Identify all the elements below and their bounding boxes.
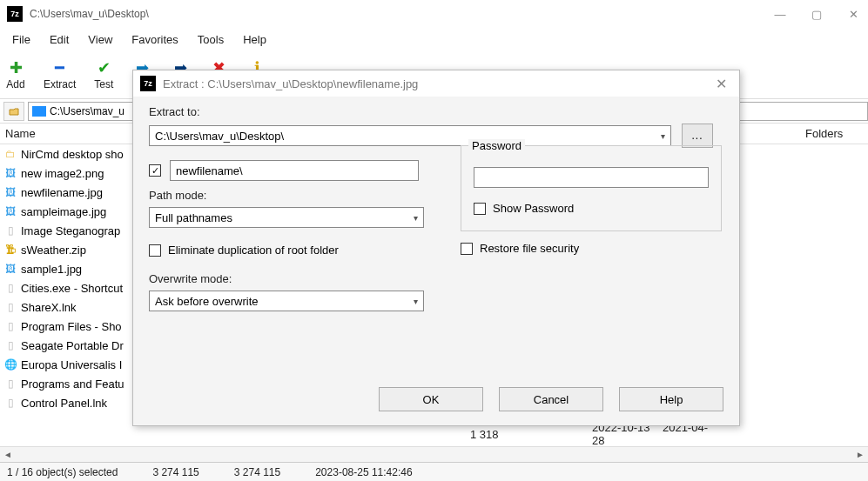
list-item[interactable]: 🗜sWeather.zip — [0, 240, 139, 259]
password-label: Password — [468, 139, 525, 152]
app-icon: 7z — [7, 6, 23, 22]
file-name: sample1.jpg — [21, 263, 82, 276]
menu-favorites[interactable]: Favorites — [123, 30, 186, 50]
overwrite-mode-combo[interactable]: Ask before overwrite ▾ — [149, 291, 424, 311]
menu-help[interactable]: Help — [234, 30, 275, 50]
image-icon: 🖼 — [3, 262, 17, 276]
dialog-close-button[interactable]: ✕ — [710, 76, 732, 92]
status-size2: 3 274 115 — [234, 466, 280, 478]
column-folders[interactable]: Folders — [805, 127, 868, 140]
file-icon: ▯ — [3, 377, 17, 391]
file-icon: ▯ — [3, 338, 17, 352]
minimize-button[interactable]: — — [772, 8, 788, 21]
subfolder-input[interactable]: newfilename\ — [170, 160, 419, 181]
status-datetime: 2023-08-25 11:42:46 — [315, 466, 412, 478]
overwrite-mode-label: Overwrite mode: — [149, 272, 436, 285]
check-icon: ✔ — [93, 59, 114, 77]
zip-icon: 🗜 — [3, 243, 17, 257]
file-icon: ▯ — [3, 224, 17, 237]
eliminate-dup-label: Eliminate duplication of root folder — [168, 244, 339, 257]
overwrite-value: Ask before overwrite — [155, 295, 259, 308]
show-password-label: Show Password — [493, 202, 574, 215]
show-password-checkbox[interactable] — [474, 203, 486, 215]
add-button[interactable]: ✚ Add — [5, 59, 26, 90]
file-name: Programs and Featu — [21, 377, 124, 391]
folder-icon: 🗀 — [3, 147, 17, 161]
dialog-titlebar: 7z Extract : C:\Users\mav_u\Desktop\newf… — [133, 70, 739, 97]
extract-label: Extract — [44, 78, 76, 90]
help-button[interactable]: Help — [619, 387, 723, 411]
list-item[interactable]: ▯Control Panel.lnk — [0, 393, 139, 412]
list-item[interactable]: ▯Seagate Portable Dr — [0, 336, 139, 355]
path-mode-value: Full pathnames — [155, 211, 232, 224]
list-item[interactable]: ▯Programs and Featu — [0, 374, 139, 393]
test-button[interactable]: ✔ Test — [93, 59, 114, 90]
restore-security-label: Restore file security — [480, 242, 579, 255]
ok-button[interactable]: OK — [379, 387, 483, 411]
list-item[interactable]: ▯ShareX.lnk — [0, 297, 139, 317]
file-name: NirCmd desktop sho — [21, 148, 124, 161]
test-label: Test — [94, 78, 113, 90]
list-item[interactable]: ▯Cities.exe - Shortcut — [0, 278, 139, 297]
file-name: newfilename.jpg — [21, 186, 103, 199]
file-icon: ▯ — [3, 300, 17, 314]
window-title: C:\Users\mav_u\Desktop\ — [30, 8, 149, 20]
list-item[interactable]: ▯Image Steganograp — [0, 221, 139, 240]
plus-icon: ✚ — [5, 59, 26, 77]
scroll-right-icon[interactable]: ► — [852, 448, 868, 462]
file-name: new image2.png — [21, 167, 104, 180]
list-item[interactable]: 🗀NirCmd desktop sho — [0, 144, 139, 164]
image-icon: 🖼 — [3, 185, 17, 199]
extract-button[interactable]: ━ Extract — [44, 59, 76, 90]
file-name: Image Steganograp — [21, 224, 120, 237]
maximize-button[interactable]: ▢ — [809, 8, 824, 21]
file-name: Europa Universalis I — [21, 358, 122, 371]
list-item[interactable]: 🖼sample1.jpg — [0, 259, 139, 278]
file-name: Program Files - Sho — [21, 320, 122, 333]
path-text: C:\Users\mav_u — [50, 105, 124, 117]
browse-button[interactable]: ... — [682, 124, 713, 148]
status-bar: 1 / 16 object(s) selected 3 274 115 3 27… — [0, 462, 868, 481]
list-item[interactable]: 🌐Europa Universalis I — [0, 355, 139, 374]
file-name: sWeather.zip — [21, 244, 86, 257]
menu-file[interactable]: File — [3, 30, 39, 50]
add-label: Add — [6, 78, 24, 90]
file-name: Control Panel.lnk — [21, 397, 107, 410]
up-button[interactable] — [3, 102, 24, 121]
globe-icon: 🌐 — [3, 357, 17, 371]
partial-size: 1 318 — [470, 428, 592, 441]
list-item[interactable]: 🖼newfilename.jpg — [0, 183, 139, 202]
path-mode-combo[interactable]: Full pathnames ▾ — [149, 207, 424, 228]
list-item[interactable]: 🖼sampleimage.jpg — [0, 202, 139, 221]
dialog-app-icon: 7z — [140, 76, 156, 91]
path-mode-label: Path mode: — [149, 189, 436, 202]
file-list: 🗀NirCmd desktop sho🖼new image2.png🖼newfi… — [0, 144, 139, 440]
file-name: Seagate Portable Dr — [21, 339, 124, 352]
main-titlebar: 7z C:\Users\mav_u\Desktop\ — ▢ ✕ — [0, 0, 868, 28]
status-size1: 3 274 115 — [152, 466, 198, 478]
image-icon: 🖼 — [3, 166, 17, 180]
folder-up-icon — [9, 106, 19, 117]
menu-edit[interactable]: Edit — [41, 30, 77, 50]
file-name: ShareX.lnk — [21, 301, 77, 314]
password-input[interactable] — [474, 167, 709, 188]
subfolder-value: newfilename\ — [176, 164, 243, 177]
extract-to-combo[interactable]: C:\Users\mav_u\Desktop\ ▾ — [149, 125, 671, 146]
menu-view[interactable]: View — [79, 30, 121, 50]
scroll-left-icon[interactable]: ◄ — [0, 448, 16, 462]
list-item[interactable]: ▯Program Files - Sho — [0, 317, 139, 336]
subfolder-checkbox[interactable]: ✓ — [149, 164, 161, 177]
horizontal-scrollbar[interactable]: ◄ ► — [0, 446, 868, 462]
restore-security-checkbox[interactable] — [461, 243, 473, 255]
password-fieldset: Password Show Password — [461, 145, 722, 231]
image-icon: 🖼 — [3, 204, 17, 218]
close-button[interactable]: ✕ — [845, 8, 861, 21]
cancel-button[interactable]: Cancel — [499, 387, 603, 411]
list-item[interactable]: 🖼new image2.png — [0, 164, 139, 183]
menu-tools[interactable]: Tools — [189, 30, 232, 50]
eliminate-dup-checkbox[interactable] — [149, 244, 161, 257]
extract-dialog: 7z Extract : C:\Users\mav_u\Desktop\newf… — [132, 70, 740, 426]
file-icon: ▯ — [3, 319, 17, 333]
partial-row: 1 318 2022-10-13 2021-04-28 — [0, 426, 868, 442]
computer-icon — [32, 106, 46, 117]
